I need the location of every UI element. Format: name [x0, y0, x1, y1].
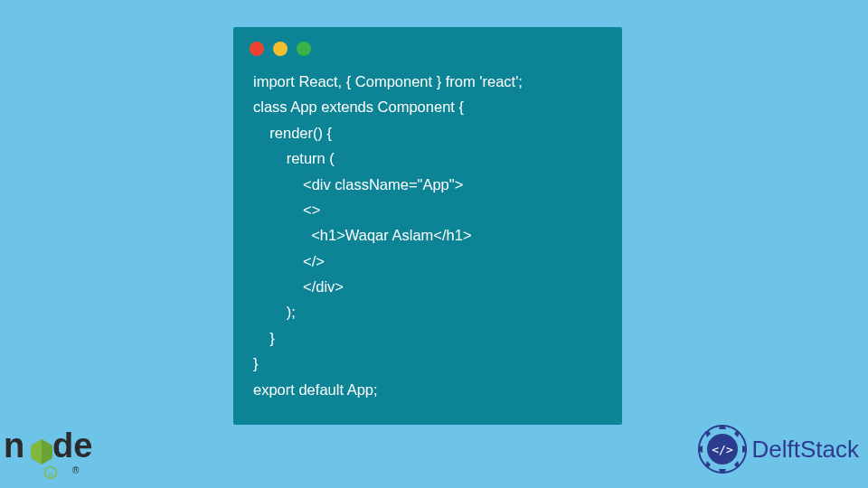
- code-line: render() {: [253, 120, 606, 145]
- code-window: import React, { Component } from 'react'…: [233, 27, 622, 425]
- code-line: import React, { Component } from 'react'…: [253, 69, 606, 94]
- window-traffic-lights: [233, 27, 622, 69]
- code-line: );: [253, 299, 606, 324]
- code-body: import React, { Component } from 'react'…: [233, 69, 622, 418]
- svg-text:®: ®: [72, 465, 80, 475]
- delftstack-logo-text: DelftStack: [752, 436, 860, 464]
- code-line: </div>: [253, 274, 606, 299]
- delftstack-logo: </> DelftStack: [696, 423, 860, 475]
- svg-text:de: de: [52, 427, 92, 465]
- code-line: export default App;: [253, 377, 606, 402]
- svg-marker-2: [42, 439, 52, 465]
- code-line: }: [253, 325, 606, 351]
- code-line: return (: [253, 145, 606, 171]
- code-line: </>: [253, 249, 606, 274]
- svg-text:js: js: [47, 470, 53, 478]
- page-background: import React, { Component } from 'react'…: [0, 0, 868, 488]
- svg-text:n: n: [4, 427, 24, 465]
- close-icon[interactable]: [250, 42, 264, 56]
- code-line: <div className="App">: [253, 172, 606, 197]
- svg-text:</>: </>: [712, 443, 733, 456]
- code-line: }: [253, 351, 606, 376]
- zoom-icon[interactable]: [297, 42, 311, 56]
- code-line: <h1>Waqar Aslam</h1>: [253, 222, 606, 248]
- nodejs-logo-icon: n de ® js: [2, 414, 110, 483]
- delftstack-badge-icon: </>: [696, 423, 749, 475]
- code-line: <>: [253, 197, 606, 222]
- code-line: class App extends Component {: [253, 94, 606, 119]
- minimize-icon[interactable]: [273, 42, 288, 56]
